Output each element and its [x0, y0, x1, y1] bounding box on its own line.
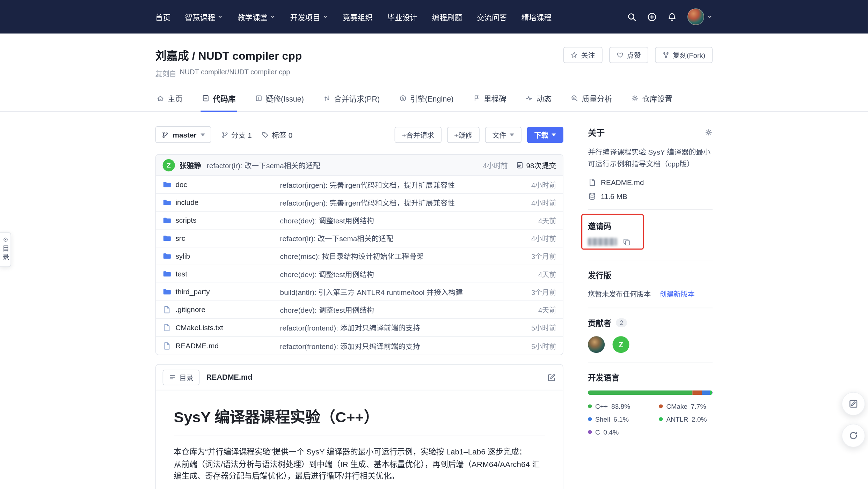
tab-quality-analysis[interactable]: 质量分析: [569, 87, 613, 112]
tab-home[interactable]: 主页: [155, 87, 184, 112]
nav-item-premium-courses[interactable]: 精培课程: [521, 11, 552, 22]
file-commit-time: 4天前: [538, 215, 556, 225]
commit-message[interactable]: refactor(ir): 改一下sema相关的适配: [207, 160, 320, 170]
home-icon: [156, 94, 164, 102]
file-commit-message[interactable]: refactor(irgen): 完善irgen代码和文档，提升扩展兼容性: [280, 197, 523, 208]
nav-item-graduation-design[interactable]: 毕业设计: [387, 11, 417, 22]
nav-item-teaching-classroom[interactable]: 教学课堂: [238, 11, 276, 22]
file-commit-time: 4小时前: [531, 179, 556, 190]
watch-button[interactable]: 关注: [563, 47, 602, 63]
file-name-link[interactable]: third_party: [163, 288, 280, 296]
file-commit-message[interactable]: chore(dev): 调整test用例结构: [280, 269, 530, 279]
file-commit-message[interactable]: build(antlr): 引入第三方 ANTLR4 runtime/tool …: [280, 287, 523, 297]
about-settings-gear-icon[interactable]: [705, 128, 713, 136]
tab-activity[interactable]: 动态: [524, 87, 553, 112]
commit-author-avatar[interactable]: Z: [163, 159, 175, 171]
file-name-link[interactable]: sylib: [163, 252, 280, 260]
new-merge-request-button[interactable]: +合并请求: [395, 126, 441, 142]
top-navbar: 首页 智慧课程 教学课堂 开发项目 竞赛组织 毕业设计 编程刷题 交流问答 精培…: [0, 0, 868, 34]
nav-item-home[interactable]: 首页: [155, 11, 170, 22]
nav-right-actions: [627, 8, 713, 25]
file-commit-message[interactable]: refactor(frontend): 添加对只编译前端的支持: [280, 322, 523, 333]
tag-count[interactable]: 标签 0: [262, 129, 293, 140]
file-commit-message[interactable]: refactor(irgen): 完善irgen代码和文档，提升扩展兼容性: [280, 179, 523, 190]
tab-engine[interactable]: 引擎(Engine): [397, 87, 454, 112]
invite-code-section: 邀请码: [588, 219, 713, 251]
file-name-link[interactable]: src: [163, 234, 280, 242]
target-icon: [2, 237, 8, 242]
readme-link[interactable]: README.md: [588, 178, 713, 186]
page-title: 刘嘉成 / NUDT compiler cpp: [155, 47, 302, 63]
tab-pull-requests[interactable]: 合并请求(PR): [322, 87, 381, 112]
file-name-link[interactable]: .gitignore: [163, 305, 280, 314]
file-name-link[interactable]: scripts: [163, 216, 280, 224]
create-release-link[interactable]: 创建新版本: [660, 288, 695, 298]
file-commit-message[interactable]: chore(misc): 按目录结构设计初始化工程骨架: [280, 251, 523, 261]
language-bar-segment: [709, 390, 712, 395]
language-dot-icon: [588, 430, 592, 434]
latest-commit-bar: Z 张雅静 refactor(ir): 改一下sema相关的适配 4小时前 98…: [156, 155, 563, 176]
document-icon: [588, 178, 596, 186]
tag-icon: [262, 131, 269, 138]
file-commit-message[interactable]: chore(dev): 调整test用例结构: [280, 215, 530, 225]
floating-toc-tab[interactable]: 目录: [0, 232, 11, 267]
copy-icon[interactable]: [622, 238, 631, 246]
new-issue-button[interactable]: +疑修: [447, 126, 479, 142]
main-nav: 首页 智慧课程 教学课堂 开发项目 竞赛组织 毕业设计 编程刷题 交流问答 精培…: [155, 11, 552, 22]
file-commit-time: 5小时前: [531, 340, 556, 351]
file-commit-message[interactable]: chore(dev): 调整test用例结构: [280, 304, 530, 315]
readme-toc-button[interactable]: 目录: [163, 369, 200, 385]
nav-item-competitions[interactable]: 竞赛组织: [343, 11, 373, 22]
nav-item-qa[interactable]: 交流问答: [477, 11, 507, 22]
edit-readme-icon[interactable]: [547, 373, 556, 382]
file-name-link[interactable]: include: [163, 198, 280, 207]
download-button[interactable]: 下载: [527, 126, 563, 142]
divider: [588, 362, 713, 362]
tab-issues[interactable]: 疑修(Issue): [254, 87, 305, 112]
file-name-link[interactable]: doc: [163, 180, 280, 189]
contributor-avatar[interactable]: Z: [613, 336, 629, 353]
language-dot-icon: [659, 417, 663, 421]
like-button[interactable]: 点赞: [609, 47, 648, 63]
language-legend-item: ANTLR2.0%: [659, 415, 713, 423]
nav-item-smart-courses[interactable]: 智慧课程: [185, 11, 223, 22]
feedback-button[interactable]: [842, 392, 865, 415]
contributors-count-badge: 2: [616, 318, 627, 327]
forked-from: 复刻自 NUDT compiler/NUDT compiler cpp: [155, 68, 713, 79]
list-icon: [169, 373, 176, 381]
repo-size: 11.6 MB: [588, 192, 713, 200]
file-name-link[interactable]: CMakeLists.txt: [163, 323, 280, 332]
tab-milestones[interactable]: 里程碑: [472, 87, 508, 112]
file-name-link[interactable]: README.md: [163, 341, 280, 350]
tab-code[interactable]: 代码库: [200, 87, 236, 112]
readme-paragraph: 本仓库为“并行编译课程实验”提供一个 SysY 编译器的最小可运行示例，实验按 …: [174, 446, 545, 482]
contributor-avatar[interactable]: [588, 336, 605, 353]
search-icon[interactable]: [627, 12, 636, 21]
readme-content: SysY 编译器课程实验（C++） 本仓库为“并行编译课程实验”提供一个 Sys…: [156, 390, 563, 489]
forked-from-label: 复刻自: [155, 68, 176, 79]
language-bar-segment: [588, 390, 692, 395]
fork-icon: [662, 51, 669, 59]
folder-icon: [163, 234, 171, 242]
fork-button[interactable]: 复刻(Fork): [655, 47, 713, 63]
file-name-link[interactable]: test: [163, 270, 280, 278]
file-menu-button[interactable]: 文件: [485, 126, 521, 142]
create-new-icon[interactable]: [647, 12, 657, 21]
branch-selector[interactable]: master: [155, 126, 211, 143]
commit-count-link[interactable]: 98次提交: [516, 160, 556, 170]
file-commit-time: 3个月前: [531, 251, 556, 261]
notifications-bell-icon[interactable]: [667, 12, 677, 21]
tab-repo-settings[interactable]: 仓库设置: [630, 87, 673, 112]
nav-item-dev-projects[interactable]: 开发项目: [290, 11, 328, 22]
user-menu[interactable]: [687, 8, 713, 25]
commit-author[interactable]: 张雅静: [180, 160, 201, 170]
forked-from-link[interactable]: NUDT compiler/NUDT compiler cpp: [180, 68, 290, 79]
file-commit-message[interactable]: refactor(ir): 改一下sema相关的适配: [280, 233, 523, 243]
nav-item-coding-practice[interactable]: 编程刷题: [432, 11, 462, 22]
pull-request-icon: [323, 94, 330, 102]
refresh-button[interactable]: [842, 424, 865, 447]
edit-note-icon: [848, 399, 859, 409]
file-commit-message[interactable]: refactor(frontend): 添加对只编译前端的支持: [280, 340, 523, 351]
file-icon: [163, 341, 171, 350]
branch-count[interactable]: 分支 1: [221, 129, 252, 140]
